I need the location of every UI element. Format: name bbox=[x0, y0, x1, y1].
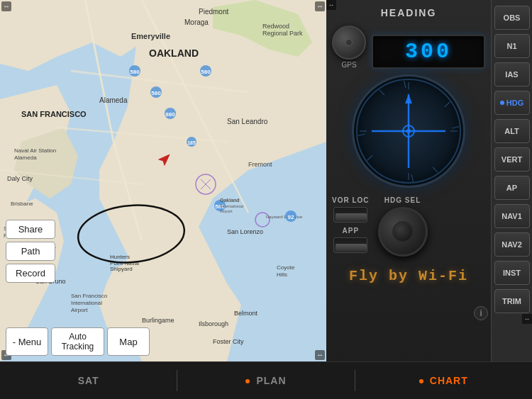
svg-text:Moraga: Moraga bbox=[184, 18, 209, 26]
app-thumb bbox=[336, 244, 367, 251]
svg-text:↔: ↔ bbox=[316, 351, 323, 359]
svg-line-86 bbox=[452, 125, 459, 130]
app-toggle[interactable] bbox=[333, 237, 367, 253]
menu-button[interactable]: - Menu bbox=[6, 327, 48, 356]
gps-knob-container: GPS bbox=[332, 26, 366, 69]
svg-text:San Leandro: San Leandro bbox=[227, 118, 268, 125]
panel-expand-tl-icon[interactable]: ↔ bbox=[326, 0, 336, 10]
inst-button[interactable]: INST bbox=[494, 261, 530, 285]
svg-text:Airport: Airport bbox=[71, 307, 88, 313]
trim-button[interactable]: TRIM bbox=[494, 289, 530, 313]
map-section: 580 580 880 185 580 580 Oakland Internat… bbox=[0, 0, 326, 361]
panel-expand-br-icon[interactable]: ↔ bbox=[522, 314, 532, 324]
svg-text:Alameda: Alameda bbox=[99, 96, 128, 104]
svg-text:Oakland: Oakland bbox=[220, 198, 240, 203]
vor-loc-toggle[interactable] bbox=[333, 207, 367, 223]
svg-text:580: 580 bbox=[130, 69, 140, 75]
heading-display: 300 bbox=[372, 35, 485, 69]
map-overlay-buttons: Share Path Record bbox=[6, 220, 55, 283]
top-section: 580 580 880 185 580 580 Oakland Internat… bbox=[0, 0, 532, 361]
switches-area: VOR LOC APP bbox=[332, 196, 485, 257]
svg-text:Belmont: Belmont bbox=[234, 310, 258, 317]
svg-line-85 bbox=[445, 101, 450, 108]
svg-text:Hunters: Hunters bbox=[110, 254, 130, 260]
chart-dot bbox=[419, 379, 423, 383]
tab-bar: SAT PLAN CHART bbox=[0, 361, 532, 399]
trim-label: TRIM bbox=[502, 297, 521, 305]
svg-text:185: 185 bbox=[187, 140, 196, 145]
inst-label: INST bbox=[503, 269, 521, 277]
svg-text:Ilsborough: Ilsborough bbox=[199, 320, 228, 327]
n1-button[interactable]: N1 bbox=[494, 34, 530, 58]
svg-text:OAKLAND: OAKLAND bbox=[149, 47, 199, 59]
app-group: APP bbox=[332, 227, 370, 253]
info-button[interactable]: i bbox=[474, 306, 488, 320]
share-button[interactable]: Share bbox=[6, 220, 55, 239]
nav1-label: NAV1 bbox=[501, 212, 522, 220]
svg-text:580: 580 bbox=[151, 90, 161, 96]
svg-text:Shipyard: Shipyard bbox=[110, 266, 133, 272]
alt-button[interactable]: ALT bbox=[494, 119, 530, 143]
map-button[interactable]: Map bbox=[107, 327, 150, 356]
auto-tracking-button[interactable]: AutoTracking bbox=[51, 327, 104, 356]
tab-chart[interactable]: CHART bbox=[355, 366, 532, 395]
svg-text:Brisbane: Brisbane bbox=[11, 201, 33, 207]
path-button[interactable]: Path bbox=[6, 242, 55, 261]
gps-label: GPS bbox=[341, 61, 356, 69]
map-svg: 580 580 880 185 580 580 Oakland Internat… bbox=[0, 0, 326, 361]
svg-text:↔: ↔ bbox=[3, 2, 10, 10]
plan-label: PLAN bbox=[256, 375, 286, 386]
ias-button[interactable]: IAS bbox=[494, 62, 530, 86]
svg-line-92 bbox=[402, 81, 408, 88]
hdg-sel-container: HDG SEL bbox=[378, 196, 428, 257]
instrument-panel: ↔ HEADING GPS 300 bbox=[326, 0, 532, 361]
svg-point-97 bbox=[406, 129, 411, 133]
gps-area: GPS 300 bbox=[332, 26, 485, 69]
svg-line-90 bbox=[358, 133, 365, 138]
svg-text:Hayward Executive: Hayward Executive bbox=[266, 215, 303, 219]
heading-label: HEADING bbox=[332, 6, 485, 20]
vor-loc-label: VOR LOC bbox=[332, 196, 370, 204]
svg-line-91 bbox=[378, 90, 385, 96]
vor-loc-thumb bbox=[336, 213, 367, 220]
fly-wifi-text: Fly by Wi-Fi bbox=[332, 268, 485, 284]
hdg-sel-knob-inner bbox=[392, 221, 414, 242]
vert-button[interactable]: VERT bbox=[494, 147, 530, 172]
right-buttons-panel: OBS N1 IAS HDG ALT VERT AP NAV1 NAV2 INS… bbox=[491, 0, 532, 361]
tab-plan[interactable]: PLAN bbox=[177, 366, 354, 395]
svg-text:Regional Park: Regional Park bbox=[262, 30, 303, 37]
plan-dot bbox=[245, 379, 250, 383]
ap-button[interactable]: AP bbox=[494, 176, 530, 200]
svg-marker-95 bbox=[405, 94, 412, 103]
vor-app-switches: VOR LOC APP bbox=[332, 196, 370, 253]
nav2-label: NAV2 bbox=[501, 240, 522, 249]
svg-line-88 bbox=[410, 174, 416, 181]
svg-text:↔: ↔ bbox=[316, 2, 323, 10]
app-label: APP bbox=[343, 227, 360, 235]
obs-label: OBS bbox=[504, 13, 521, 22]
hdg-label: HDG bbox=[506, 99, 523, 107]
hdg-button[interactable]: HDG bbox=[494, 91, 530, 115]
n1-label: N1 bbox=[506, 42, 516, 50]
vert-label: VERT bbox=[501, 155, 522, 164]
svg-line-89 bbox=[367, 154, 373, 162]
ap-label: AP bbox=[506, 184, 517, 192]
map-bottom-buttons: - Menu AutoTracking Map bbox=[6, 327, 150, 356]
chart-label: CHART bbox=[430, 375, 468, 386]
nav1-button[interactable]: NAV1 bbox=[494, 204, 530, 228]
svg-text:Naval Air Station: Naval Air Station bbox=[14, 147, 56, 154]
alt-label: ALT bbox=[504, 127, 519, 135]
tab-sat[interactable]: SAT bbox=[0, 366, 177, 395]
svg-text:Emeryville: Emeryville bbox=[131, 32, 170, 40]
nav2-button[interactable]: NAV2 bbox=[494, 232, 530, 257]
svg-text:580: 580 bbox=[201, 69, 211, 75]
obs-button[interactable]: OBS bbox=[494, 6, 530, 30]
hdg-active-dot bbox=[500, 101, 504, 105]
record-button[interactable]: Record bbox=[6, 264, 55, 283]
hdg-sel-knob[interactable] bbox=[378, 207, 428, 257]
hsi-compass-svg bbox=[354, 77, 463, 186]
gps-knob[interactable] bbox=[332, 26, 366, 60]
hsi-dial[interactable] bbox=[352, 74, 465, 188]
hsi-container bbox=[332, 74, 485, 188]
hdg-sel-label: HDG SEL bbox=[384, 196, 421, 204]
